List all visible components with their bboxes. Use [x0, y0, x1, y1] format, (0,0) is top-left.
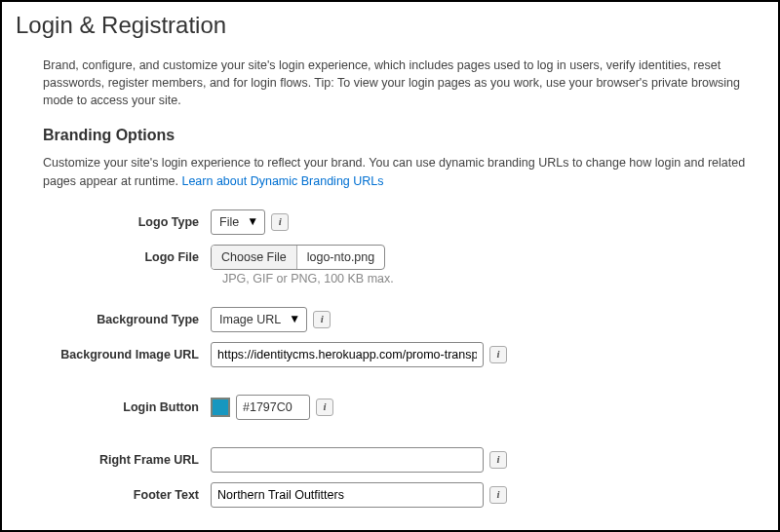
label-footer-text: Footer Text [25, 488, 211, 502]
row-logo-file: Logo File Choose File logo-nto.png [25, 245, 764, 270]
logo-type-value: File [219, 215, 239, 229]
branding-desc-text: Customize your site's login experience t… [43, 156, 745, 187]
page-title: Login & Registration [16, 12, 764, 39]
branding-desc: Customize your site's login experience t… [43, 154, 764, 189]
intro-text: Brand, configure, and customize your sit… [43, 57, 764, 109]
logo-file-input[interactable]: Choose File logo-nto.png [211, 245, 385, 270]
row-logo-type: Logo Type File ▼ i [25, 209, 764, 235]
chevron-down-icon: ▼ [289, 312, 300, 325]
login-button-color-value[interactable]: #1797C0 [236, 395, 310, 420]
dynamic-branding-link[interactable]: Learn about Dynamic Branding URLs [181, 174, 383, 188]
label-login-button: Login Button [25, 400, 211, 414]
info-icon[interactable]: i [271, 213, 289, 231]
label-logo-file: Logo File [25, 250, 211, 264]
label-background-url: Background Image URL [25, 348, 211, 361]
chevron-down-icon: ▼ [247, 214, 258, 228]
label-logo-type: Logo Type [25, 215, 211, 229]
settings-panel: Login & Registration Brand, configure, a… [0, 0, 780, 532]
label-background-type: Background Type [25, 313, 211, 326]
logo-file-name: logo-nto.png [297, 250, 385, 264]
row-login-button: Login Button #1797C0 i [25, 395, 764, 420]
info-icon[interactable]: i [489, 451, 507, 469]
row-background-url: Background Image URL i [25, 342, 764, 367]
right-frame-url-input[interactable] [211, 447, 484, 473]
info-icon[interactable]: i [316, 399, 333, 416]
background-type-value: Image URL [219, 313, 281, 326]
choose-file-button[interactable]: Choose File [212, 246, 297, 269]
login-button-color-swatch[interactable] [211, 398, 230, 417]
info-icon[interactable]: i [489, 346, 507, 363]
branding-heading: Branding Options [43, 127, 764, 144]
background-type-select[interactable]: Image URL ▼ [211, 307, 307, 332]
footer-text-input[interactable] [211, 482, 484, 508]
row-background-type: Background Type Image URL ▼ i [25, 307, 764, 332]
row-right-frame-url: Right Frame URL i [25, 447, 764, 473]
logo-type-select[interactable]: File ▼ [211, 209, 265, 235]
row-footer-text: Footer Text i [25, 482, 764, 508]
logo-file-hint: JPG, GIF or PNG, 100 KB max. [222, 272, 764, 285]
info-icon[interactable]: i [313, 311, 331, 328]
background-url-input[interactable] [211, 342, 484, 367]
branding-form: Logo Type File ▼ i Logo File Choose File… [25, 209, 764, 508]
label-right-frame-url: Right Frame URL [25, 453, 211, 467]
info-icon[interactable]: i [489, 486, 507, 504]
